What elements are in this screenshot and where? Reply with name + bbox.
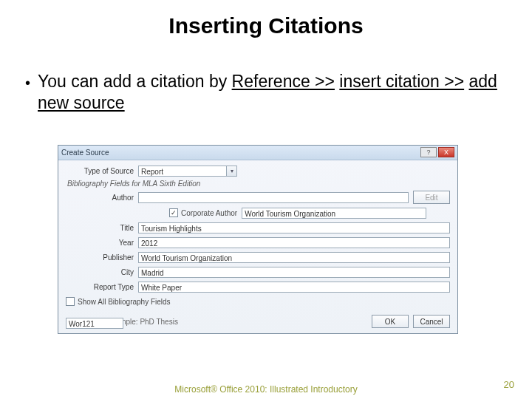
corporate-author-input[interactable]: World Tourism Organization	[242, 208, 426, 219]
slide-title: Inserting Citations	[0, 13, 532, 38]
city-label: City	[66, 268, 138, 276]
dialog-body: Type of Source Report ▾ Bibliography Fie…	[58, 160, 457, 313]
show-all-fields-checkbox[interactable]	[66, 297, 75, 306]
title-label: Title	[66, 224, 138, 232]
edit-author-button[interactable]: Edit	[413, 191, 450, 204]
author-label: Author	[66, 194, 138, 202]
report-type-input[interactable]: White Paper	[138, 282, 450, 293]
publisher-input[interactable]: World Tourism Organization	[138, 252, 450, 263]
bullet-dot-icon: •	[25, 74, 30, 92]
type-of-source-value[interactable]: Report	[138, 166, 227, 177]
bibliography-section-heading: Bibliography Fields for MLA Sixth Editio…	[67, 180, 450, 188]
create-source-dialog: Create Source ? X Type of Source Report …	[58, 145, 458, 334]
year-input[interactable]: 2012	[138, 237, 450, 248]
bullet-text: You can add a citation by Reference >> i…	[38, 71, 502, 114]
ok-button[interactable]: OK	[372, 315, 409, 328]
page-number: 20	[504, 379, 514, 390]
close-button[interactable]: X	[438, 147, 454, 157]
bullet-underline-2: insert citation >>	[339, 72, 464, 91]
title-input[interactable]: Tourism Highlights	[138, 222, 450, 233]
show-all-fields-label: Show All Bibliography Fields	[78, 298, 171, 306]
report-type-label: Report Type	[66, 283, 138, 291]
bullet-underline-1: Reference >>	[232, 72, 335, 91]
bullet-text-pre: You can add a citation by	[38, 72, 232, 91]
help-button[interactable]: ?	[420, 147, 437, 157]
bullet-item: • You can add a citation by Reference >>…	[25, 71, 502, 114]
year-label: Year	[66, 239, 138, 247]
type-of-source-select[interactable]: Report ▾	[138, 166, 237, 177]
dialog-title: Create Source	[61, 149, 109, 157]
corporate-author-checkbox[interactable]	[169, 208, 178, 217]
publisher-label: Publisher	[66, 253, 138, 262]
tag-name-input[interactable]: Wor121	[66, 318, 123, 329]
slide-footer: Microsoft® Office 2010: Illustrated Intr…	[0, 384, 532, 395]
author-input[interactable]	[138, 192, 409, 203]
dialog-titlebar: Create Source ? X	[58, 146, 457, 160]
chevron-down-icon[interactable]: ▾	[227, 166, 237, 177]
type-of-source-label: Type of Source	[66, 167, 138, 175]
corporate-author-label: Corporate Author	[181, 209, 237, 217]
cancel-button[interactable]: Cancel	[413, 315, 450, 328]
city-input[interactable]: Madrid	[138, 267, 450, 278]
